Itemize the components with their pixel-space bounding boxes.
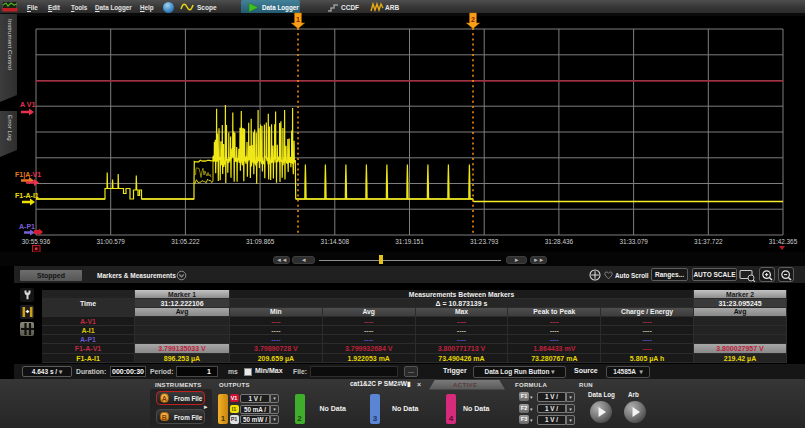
- svg-text:1: 1: [296, 16, 300, 23]
- svg-text:F1|A-V1: F1|A-V1: [15, 171, 41, 179]
- svg-text:31:37.722: 31:37.722: [694, 238, 723, 245]
- svg-text:A V1: A V1: [20, 101, 35, 108]
- svg-text:30:55.936: 30:55.936: [22, 238, 51, 245]
- svg-text:31:09.865: 31:09.865: [246, 238, 275, 245]
- svg-text:31:23.793: 31:23.793: [470, 238, 499, 245]
- svg-text:31:42.365: 31:42.365: [769, 238, 798, 245]
- svg-text:A-P1: A-P1: [19, 223, 35, 230]
- svg-text:2: 2: [471, 16, 475, 23]
- svg-text:31:14.508: 31:14.508: [321, 238, 350, 245]
- svg-text:31:00.579: 31:00.579: [96, 238, 125, 245]
- svg-text:31:33.079: 31:33.079: [619, 238, 648, 245]
- svg-text:31:05.222: 31:05.222: [171, 238, 200, 245]
- svg-text:F1-A-I1: F1-A-I1: [15, 192, 39, 199]
- svg-text:31:28.436: 31:28.436: [545, 238, 574, 245]
- svg-text:31:19.151: 31:19.151: [395, 238, 424, 245]
